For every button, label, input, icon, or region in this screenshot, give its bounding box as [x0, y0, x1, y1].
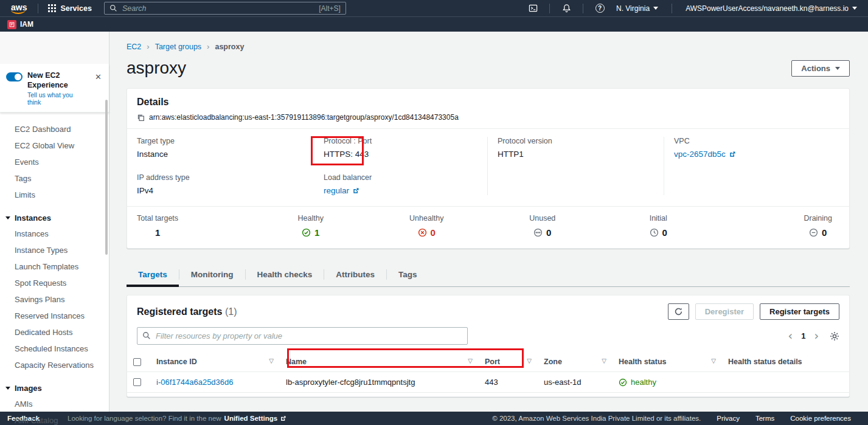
sidebar-item-tags[interactable]: Tags	[0, 170, 109, 187]
account-label: AWSPowerUserAccess/navaneeth.kn@harness.…	[686, 4, 849, 13]
external-link-icon	[280, 415, 286, 422]
initial-clock-icon	[650, 228, 659, 237]
target-type-label: Target type	[137, 137, 304, 145]
sidebar-item-amis[interactable]: AMIs	[0, 396, 109, 412]
current-page-number[interactable]: 1	[801, 331, 805, 340]
help-icon[interactable]: ?	[592, 2, 608, 15]
register-targets-button[interactable]: Register targets	[760, 303, 839, 320]
row-checkbox[interactable]	[133, 378, 141, 386]
registered-targets-table: Instance ID▽ Name▽ Port▽ Zone▽ Health st…	[127, 352, 849, 393]
next-page-icon[interactable]: ›	[814, 330, 819, 342]
close-icon[interactable]: ✕	[92, 71, 104, 83]
breadcrumb-current: asproxy	[215, 43, 244, 51]
column-filter-icon[interactable]: ▽	[602, 358, 606, 364]
sidebar-scrollbar[interactable]	[105, 100, 108, 255]
column-filter-icon[interactable]: ▽	[527, 358, 532, 364]
target-group-arn: arn:aws:elasticloadbalancing:us-east-1:3…	[149, 113, 459, 122]
sidebar-item-events[interactable]: Events	[0, 154, 109, 170]
global-search-bar[interactable]: [Alt+S]	[104, 2, 346, 15]
cookie-preferences-link[interactable]: Cookie preferences	[790, 415, 851, 422]
previous-page-icon[interactable]: ‹	[788, 330, 793, 342]
column-instance-id[interactable]: Instance ID▽	[150, 352, 280, 372]
target-health-cell: healthy	[613, 372, 722, 393]
instance-id-link[interactable]: i-06f1744a6a25d36d6	[156, 378, 234, 387]
breadcrumb-ec2[interactable]: EC2	[127, 43, 141, 51]
sidebar-item-limits[interactable]: Limits	[0, 187, 109, 203]
tab-tags[interactable]: Tags	[387, 264, 429, 286]
notifications-bell-icon[interactable]	[558, 2, 574, 15]
region-selector[interactable]: N. Virginia	[611, 4, 663, 13]
deregister-button[interactable]: Deregister	[695, 303, 754, 320]
protocol-version-value: HTTP1	[498, 150, 654, 159]
column-name[interactable]: Name▽	[280, 352, 479, 372]
actions-button[interactable]: Actions	[791, 60, 850, 77]
services-menu-button[interactable]: Services	[43, 4, 96, 13]
column-filter-icon[interactable]: ▽	[269, 358, 274, 364]
search-shortcut-hint: [Alt+S]	[319, 4, 341, 13]
tab-targets[interactable]: Targets	[127, 264, 179, 286]
tab-bar: Targets Monitoring Health checks Attribu…	[127, 264, 850, 287]
sidebar-section-instances[interactable]: Instances	[0, 210, 109, 226]
target-name-cell: lb-asproxytyler-cfcg8jru1tmmqpntsjtg	[280, 372, 479, 393]
vpc-link[interactable]: vpc-2657db5c	[674, 150, 839, 159]
select-all-checkbox[interactable]	[133, 358, 141, 366]
healthy-check-circle-icon	[302, 228, 311, 237]
sidebar-item-savings-plans[interactable]: Savings Plans	[0, 291, 109, 308]
unified-settings-link[interactable]: Unified Settings	[224, 415, 287, 422]
aws-console-window: aws Services [Alt+S] ? N	[0, 0, 868, 425]
pagination: ‹ 1 ›	[788, 330, 839, 342]
refresh-button[interactable]	[668, 303, 689, 320]
sidebar-item-dedicated-hosts[interactable]: Dedicated Hosts	[0, 324, 109, 340]
table-settings-gear-icon[interactable]	[830, 331, 839, 341]
aws-logo-text: aws	[11, 2, 27, 12]
column-port[interactable]: Port▽	[479, 352, 538, 372]
load-balancer-link[interactable]: regular	[324, 186, 477, 195]
new-experience-toggle[interactable]	[6, 72, 23, 81]
cloudshell-icon[interactable]	[525, 2, 541, 15]
sidebar-item-launch-templates[interactable]: Launch Templates	[0, 258, 109, 275]
filter-resources-input[interactable]	[137, 327, 468, 345]
column-filter-icon[interactable]: ▽	[711, 358, 716, 364]
console-footer: Feedback Looking for language selection?…	[0, 412, 868, 425]
sidebar-item-ami-catalog[interactable]: AMI Catalog	[0, 412, 109, 425]
sidebar-item-reserved-instances[interactable]: Reserved Instances	[0, 308, 109, 324]
favorite-iam-link[interactable]: IAM	[7, 20, 33, 29]
column-zone[interactable]: Zone▽	[538, 352, 613, 372]
vpc-label: VPC	[674, 137, 839, 145]
draining-label: Draining	[804, 214, 832, 223]
copy-icon[interactable]	[137, 114, 145, 122]
tab-attributes[interactable]: Attributes	[324, 264, 386, 286]
sidebar-nav: EC2 Dashboard EC2 Global View Events Tag…	[0, 112, 109, 425]
aws-logo[interactable]: aws	[6, 2, 33, 14]
sidebar-item-capacity-reservations[interactable]: Capacity Reservations	[0, 357, 109, 373]
registered-targets-panel: Registered targets (1) Deregister Regist…	[127, 295, 850, 397]
breadcrumb-target-groups[interactable]: Target groups	[155, 43, 201, 51]
target-type-value: Instance	[137, 150, 304, 159]
feedback-link[interactable]: Tell us what you think	[27, 91, 88, 106]
ec2-sidebar: New EC2 Experience Tell us what you thin…	[0, 32, 109, 412]
protocol-version-label: Protocol version	[498, 137, 654, 145]
tab-health-checks[interactable]: Health checks	[246, 264, 324, 286]
sidebar-item-ec2-global-view[interactable]: EC2 Global View	[0, 137, 109, 154]
sidebar-section-images[interactable]: Images	[0, 381, 109, 396]
main-content: EC2 › Target groups › asproxy asproxy Ac…	[109, 32, 868, 412]
column-health-status[interactable]: Health status▽	[613, 352, 722, 372]
sidebar-item-ec2-dashboard[interactable]: EC2 Dashboard	[0, 121, 109, 137]
tab-monitoring[interactable]: Monitoring	[179, 264, 245, 286]
ip-address-type-value: IPv4	[137, 186, 304, 195]
sidebar-item-scheduled-instances[interactable]: Scheduled Instances	[0, 340, 109, 357]
terms-link[interactable]: Terms	[755, 415, 774, 422]
chevron-down-icon	[852, 7, 857, 10]
unused-ellipsis-circle-icon	[533, 228, 543, 237]
sidebar-item-instances[interactable]: Instances	[0, 226, 109, 242]
unhealthy-label: Unhealthy	[409, 214, 443, 223]
column-filter-icon[interactable]: ▽	[468, 358, 473, 364]
initial-value: 0	[662, 227, 667, 238]
sidebar-item-instance-types[interactable]: Instance Types	[0, 242, 109, 258]
sidebar-item-spot-requests[interactable]: Spot Requests	[0, 275, 109, 291]
target-zone-cell: us-east-1d	[538, 372, 613, 393]
privacy-link[interactable]: Privacy	[717, 415, 740, 422]
search-input[interactable]	[122, 4, 319, 13]
external-link-icon	[729, 151, 736, 158]
account-menu[interactable]: AWSPowerUserAccess/navaneeth.kn@harness.…	[681, 4, 862, 13]
